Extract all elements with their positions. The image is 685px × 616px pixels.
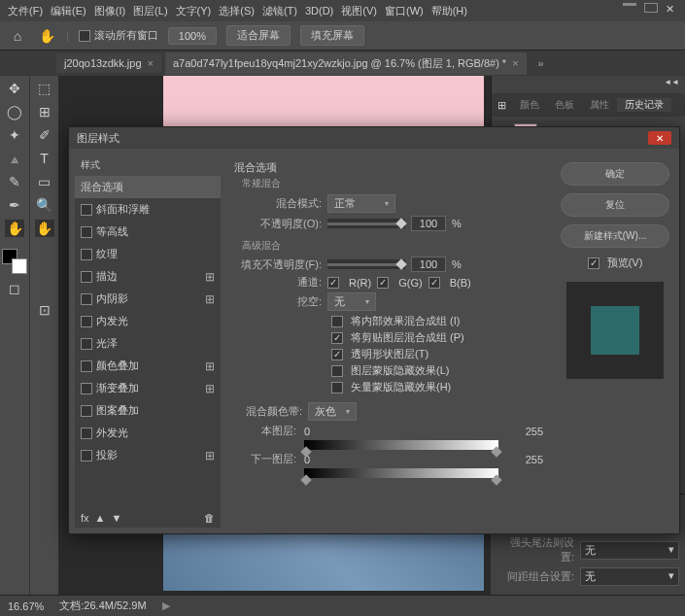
menu-type[interactable]: 文字(Y)	[176, 4, 212, 18]
tab-color[interactable]: 颜色	[512, 98, 547, 112]
panel-icon[interactable]: ⊞	[492, 99, 512, 112]
eyedropper-tool-icon[interactable]: ✎	[5, 173, 24, 190]
blend-interior-check[interactable]	[331, 316, 343, 327]
document-tab-2[interactable]: a7a0d747ly1fpeu18yq4mj21xy2wzkjo.jpg @ 1…	[165, 52, 527, 75]
status-doc[interactable]: 文档:26.4M/52.9M	[59, 599, 146, 613]
scroll-all-check[interactable]: 滚动所有窗口	[79, 28, 158, 43]
down-icon[interactable]: ▼	[111, 512, 121, 524]
move-tool-icon[interactable]: ✥	[5, 80, 24, 97]
minimize-icon[interactable]	[623, 3, 636, 6]
fx-icon[interactable]: fx	[81, 512, 89, 524]
style-inner-shadow[interactable]: 内阴影⊞	[75, 288, 221, 310]
hand-icon[interactable]: ✋	[37, 27, 56, 45]
tab2-close-icon[interactable]: ×	[512, 57, 518, 69]
menu-layer[interactable]: 图层(L)	[133, 4, 167, 18]
document-tab-1[interactable]: j20qo13zdkk.jpg×	[56, 53, 161, 73]
opacity-input[interactable]: 100	[411, 216, 446, 231]
style-contour[interactable]: 等高线	[75, 221, 221, 243]
this-layer-gradient[interactable]	[304, 440, 498, 450]
shape-tool-icon[interactable]: ▭	[35, 173, 54, 190]
background-swatch[interactable]	[12, 258, 27, 274]
hand-tool2-icon[interactable]: ✋	[35, 220, 54, 237]
reset-button[interactable]: 复位	[561, 193, 669, 217]
style-gradient-overlay[interactable]: 渐变叠加⊞	[75, 377, 221, 399]
wand-tool-icon[interactable]: ✦	[5, 126, 24, 144]
lasso-tool-icon[interactable]: ◯	[5, 103, 24, 120]
blend-if-select[interactable]: 灰色▾	[308, 402, 357, 421]
menu-select[interactable]: 选择(S)	[219, 4, 255, 18]
maximize-icon[interactable]	[644, 3, 658, 13]
coverlay-add-icon[interactable]: ⊞	[205, 359, 215, 373]
knockout-select[interactable]: 无▾	[327, 292, 376, 311]
poverlay-check[interactable]	[81, 405, 92, 417]
blend-mode-select[interactable]: 正常▾	[327, 194, 395, 213]
stroke-check[interactable]	[81, 271, 92, 283]
style-drop-shadow[interactable]: 投影⊞	[75, 444, 221, 466]
zoom-100-button[interactable]: 100%	[168, 27, 217, 45]
type-tool-icon[interactable]: T	[35, 150, 54, 167]
ok-button[interactable]: 确定	[561, 162, 669, 186]
marquee-tool-icon[interactable]: ⬚	[35, 80, 54, 97]
fill-screen-button[interactable]: 填充屏幕	[300, 25, 364, 46]
style-outer-glow[interactable]: 外发光	[75, 422, 221, 444]
style-satin[interactable]: 光泽	[75, 332, 221, 355]
style-inner-glow[interactable]: 内发光	[75, 310, 221, 332]
color-swatches[interactable]	[2, 249, 27, 274]
up-icon[interactable]: ▲	[95, 512, 106, 524]
menu-window[interactable]: 窗口(W)	[385, 4, 424, 18]
goverlay-check[interactable]	[81, 383, 92, 394]
style-texture[interactable]: 纹理	[75, 243, 221, 265]
channel-b-check[interactable]	[428, 277, 440, 289]
layer-mask-hides-check[interactable]	[331, 365, 343, 377]
tab-prop[interactable]: 属性	[582, 98, 617, 112]
transparency-shapes-check[interactable]	[331, 349, 343, 360]
fill-opacity-input[interactable]: 100	[411, 257, 446, 272]
ishadow-check[interactable]	[81, 293, 92, 305]
menu-view[interactable]: 视图(V)	[341, 4, 377, 18]
frame-tool-icon[interactable]: ⊞	[35, 103, 54, 120]
tab-swatch[interactable]: 色板	[547, 98, 582, 112]
kinsoku-select[interactable]: 无▾	[580, 541, 679, 560]
vector-mask-hides-check[interactable]	[331, 382, 343, 394]
status-zoom[interactable]: 16.67%	[8, 600, 44, 612]
quickmask-icon[interactable]: ◻	[5, 280, 24, 297]
channel-r-check[interactable]	[327, 277, 339, 289]
tab1-close-icon[interactable]: ×	[148, 57, 154, 69]
menu-file[interactable]: 文件(F)	[8, 4, 43, 18]
new-style-button[interactable]: 新建样式(W)...	[561, 224, 669, 248]
dialog-close-button[interactable]: ✕	[648, 131, 671, 145]
home-icon[interactable]: ⌂	[8, 27, 27, 45]
style-stroke[interactable]: 描边⊞	[75, 265, 221, 288]
style-color-overlay[interactable]: 颜色叠加⊞	[75, 355, 221, 377]
texture-check[interactable]	[81, 249, 92, 260]
oglow-check[interactable]	[81, 428, 92, 439]
goverlay-add-icon[interactable]: ⊞	[205, 382, 215, 395]
stroke-add-icon[interactable]: ⊞	[205, 270, 215, 284]
crop-tool-icon[interactable]: ⟁	[5, 150, 24, 167]
brush-tool-icon[interactable]: ✐	[35, 126, 54, 144]
panel-collapse-icon[interactable]: ◄◄	[664, 78, 679, 91]
mojikumi-select[interactable]: 无▾	[580, 567, 679, 586]
opacity-slider[interactable]	[327, 219, 405, 228]
menu-filter[interactable]: 滤镜(T)	[262, 4, 297, 18]
satin-check[interactable]	[81, 338, 92, 350]
tab-history[interactable]: 历史记录	[617, 98, 671, 112]
style-bevel[interactable]: 斜面和浮雕	[75, 198, 221, 221]
menu-help[interactable]: 帮助(H)	[431, 4, 467, 18]
ishadow-add-icon[interactable]: ⊞	[205, 292, 215, 306]
iglow-check[interactable]	[81, 316, 92, 327]
blend-clipped-check[interactable]	[331, 332, 343, 344]
pen-tool-icon[interactable]: ✒	[5, 196, 24, 214]
channel-g-check[interactable]	[377, 277, 389, 289]
style-pattern-overlay[interactable]: 图案叠加	[75, 399, 221, 422]
bevel-check[interactable]	[81, 204, 92, 216]
dshadow-add-icon[interactable]: ⊞	[205, 449, 215, 462]
screen-mode-icon[interactable]: ⊡	[35, 301, 54, 319]
tabs-more-icon[interactable]: »	[538, 57, 544, 69]
preview-check[interactable]	[588, 257, 599, 269]
status-arrow-icon[interactable]: ▶	[162, 599, 170, 612]
menu-3d[interactable]: 3D(D)	[305, 5, 333, 17]
style-blend-options[interactable]: 混合选项	[75, 176, 221, 198]
fill-opacity-slider[interactable]	[327, 259, 405, 269]
contour-check[interactable]	[81, 226, 92, 238]
